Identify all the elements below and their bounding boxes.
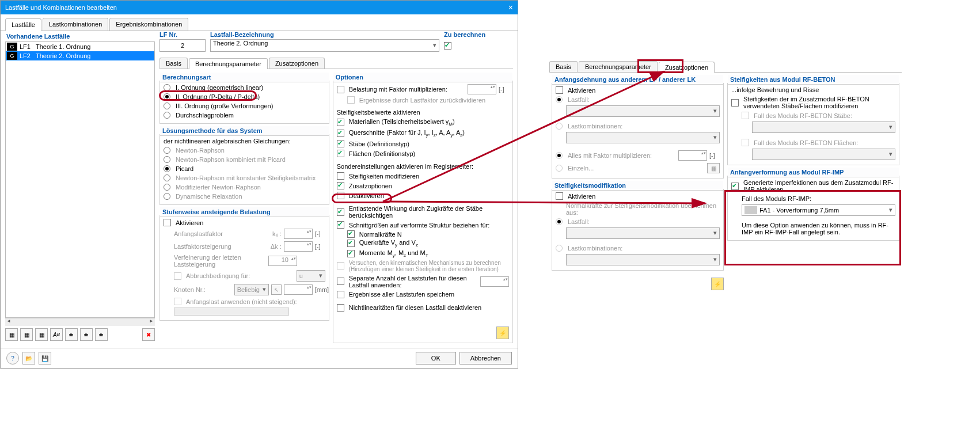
lf-list[interactable]: G LF1 Theorie 1. Ordnung G LF2 Theorie 2… [5, 41, 155, 318]
opt-e5[interactable]: Ergebnisse aller Laststufen speichern [337, 290, 509, 299]
opt-s2[interactable]: Querschnitte (Faktor für J, Iy, Iz, A, A… [337, 128, 509, 139]
step-load-group: Stufenweise ansteigende Belastung Aktivi… [159, 215, 329, 321]
tab-basis[interactable]: Basis [159, 58, 188, 69]
g1-r3: Alles mit Faktor multiplizieren:[-] [556, 149, 720, 162]
save-button[interactable]: 💾 [39, 352, 51, 365]
horizontal-scrollbar[interactable] [5, 318, 155, 326]
side-tab-basis[interactable]: Basis [549, 61, 578, 72]
opt-e2c[interactable]: Momente My, Mz und MT [337, 249, 509, 259]
close-icon[interactable]: × [508, 3, 513, 12]
tab-lastfaelle[interactable]: Lastfälle [5, 18, 41, 31]
g1-r4: Einzeln...▦ [556, 162, 720, 174]
open-button[interactable]: 📂 [22, 352, 35, 365]
grp-steifigkeitsmod-legend: Steifigkeitsmodifikation [552, 181, 723, 191]
step-l6: Anfangslast anwenden (nicht steigend): [164, 297, 325, 306]
step-activate[interactable]: Aktivieren [164, 218, 325, 227]
copy-button[interactable]: ▦ [35, 328, 48, 341]
g2-r2-combo [556, 253, 720, 267]
g1-r2: Lastkombinationen: [556, 122, 720, 131]
opt-sh2: Sondereinstellungen aktivieren im Regist… [337, 162, 509, 171]
lf-number: LF1 [20, 43, 36, 50]
g4-combo[interactable]: FA1 - Vorverformung 7,5mm [731, 203, 895, 217]
help-button[interactable]: ? [6, 352, 19, 365]
opt-t2[interactable]: Zusatzoptionen [337, 181, 509, 191]
g3-c1[interactable]: Steifigkeiten der im Zusatzmodul RF-BETO… [731, 94, 895, 111]
g1-r2-combo [556, 131, 720, 145]
lf-name: Theorie 1. Ordnung [36, 43, 153, 50]
opt-e2a[interactable]: Normalkräfte N [337, 230, 509, 238]
grp-rfbeton-legend: Steifigkeiten aus Modul RF-BETON [728, 75, 899, 85]
opt-t3[interactable]: Deaktivieren [337, 191, 509, 200]
lf-badge: G [7, 52, 17, 60]
new-multiple-button[interactable]: ▦ [20, 328, 33, 341]
g3-l1-combo [731, 120, 895, 134]
step-load-legend: Stufenweise ansteigende Belastung [160, 207, 329, 217]
lf-number: LF2 [20, 52, 36, 59]
tab-lastkombinationen[interactable]: Lastkombinationen [43, 18, 108, 31]
zub-checkbox[interactable] [444, 42, 451, 50]
opt-mult[interactable]: Belastung mit Faktor multiplizieren:[-] [337, 83, 509, 96]
opt-e6[interactable]: Nichtlinearitäten für diesen Lastfall de… [337, 303, 509, 313]
filter-b-button[interactable]: ⩩ [80, 328, 93, 341]
side-bolt-button[interactable]: ⚡ [711, 278, 724, 290]
tab-ergebniskombinationen[interactable]: Ergebniskombinationen [109, 18, 188, 31]
solver-opt-1: Newton-Raphson [164, 146, 325, 155]
calc-type-2[interactable]: II. Ordnung (P-Delta / P-delta) [164, 92, 325, 101]
cancel-button[interactable]: Abbrechen [459, 352, 512, 365]
step-slider [164, 306, 325, 317]
side-tab-berechnungsparameter[interactable]: Berechnungsparameter [579, 61, 658, 72]
calc-type-4[interactable]: Durchschlagproblem [164, 111, 325, 120]
solver-opt-6: Dynamische Relaxation [164, 192, 325, 201]
solver-group: Lösungsmethode für das System der nichtl… [159, 134, 329, 205]
lfnr-label: LF Nr. [159, 31, 206, 39]
window-title: Lastfälle und Kombinationen bearbeiten [5, 4, 117, 11]
ok-button[interactable]: OK [416, 352, 456, 365]
g3-l2: Fall des Moduls RF-BETON Flächen: [731, 138, 895, 147]
filter-a-button[interactable]: ⩩ [65, 328, 78, 341]
side-panel: Basis Berechnungsparameter Zusatzoptione… [549, 58, 902, 294]
g2-r1: Lastfall: [556, 217, 720, 226]
g3-l1: Fall des Moduls RF-BETON Stäbe: [731, 111, 895, 120]
opt-e1[interactable]: Entlastende Wirkung durch Zugkräfte der … [337, 204, 509, 220]
step-l4: Abbruchbedingung für:u [164, 269, 325, 283]
opt-s3[interactable]: Stäbe (Definitionstyp) [337, 139, 509, 149]
bez-select[interactable]: Theorie 2. Ordnung [210, 39, 439, 52]
grp-rfimp: Anfangverformung aus Modul RF-IMP Generi… [727, 176, 899, 241]
dialog-tabs: Lastfälle Lastkombinationen Ergebniskomb… [1, 14, 518, 31]
calc-type-3[interactable]: III. Ordnung (große Verformungen) [164, 101, 325, 111]
tab-zusatzoptionen[interactable]: Zusatzoptionen [269, 58, 325, 69]
g4-c1[interactable]: Generierte Imperfektionen aus dem Zusatz… [731, 178, 895, 194]
opt-e2b[interactable]: Querkräfte Vy and Vz [337, 238, 509, 248]
delete-button[interactable]: ✖ [142, 328, 155, 341]
g4-note: Um diese Option anwenden zu können, muss… [731, 221, 895, 237]
lfnr-input[interactable] [159, 39, 206, 52]
zub-label: Zu berechnen [444, 31, 513, 39]
solver-intro: der nichtlinearen algebraischen Gleichun… [164, 136, 325, 146]
calc-type-1[interactable]: I. Ordnung (geometrisch linear) [164, 83, 325, 92]
new-button[interactable]: ▦ [5, 328, 18, 341]
g3-intro: ...infolge Bewehrung und Risse [731, 85, 895, 94]
g2-intro: Normalkräfte zur Steifigkeitsmodifikatio… [556, 201, 720, 217]
action-a-button[interactable]: AB [50, 328, 63, 341]
opt-s1[interactable]: Materialien (Teilsicherheitsbeiwert γM) [337, 117, 509, 128]
solver-opt-2: Newton-Raphson kombiniert mit Picard [164, 155, 325, 164]
step-l3: Verfeinerung der letzten Laststeigerung1… [164, 253, 325, 269]
tab-berechnungsparameter[interactable]: Berechnungsparameter [189, 58, 268, 69]
opt-mult-sub: Ergebnisse durch Lastfaktor zurückdividi… [337, 96, 509, 104]
solver-opt-5: Modifizierter Newton-Raphson [164, 183, 325, 192]
side-tab-zusatzoptionen[interactable]: Zusatzoptionen [659, 62, 715, 73]
g1-act[interactable]: Aktivieren [556, 85, 720, 95]
solver-opt-3[interactable]: Picard [164, 164, 325, 173]
list-item[interactable]: G LF2 Theorie 2. Ordnung [6, 51, 154, 60]
g3-l2-combo [731, 147, 895, 161]
opt-e2[interactable]: Schnittgrößen auf verformte Struktur bez… [337, 220, 509, 230]
filter-c-button[interactable]: ⩩ [95, 328, 108, 341]
g2-act[interactable]: Aktivieren [556, 191, 720, 201]
opt-t1[interactable]: Steifigkeiten modifizieren [337, 171, 509, 181]
opt-e3: Versuchen, den kinematischen Mechanismus… [337, 259, 509, 274]
opt-s4[interactable]: Flächen (Definitionstyp) [337, 149, 509, 158]
bez-label: Lastfall-Bezeichnung [210, 31, 439, 39]
opt-e4[interactable]: Separate Anzahl der Laststufen für diese… [337, 274, 509, 290]
bolt-button[interactable]: ⚡ [496, 327, 509, 339]
list-item[interactable]: G LF1 Theorie 1. Ordnung [6, 42, 154, 51]
